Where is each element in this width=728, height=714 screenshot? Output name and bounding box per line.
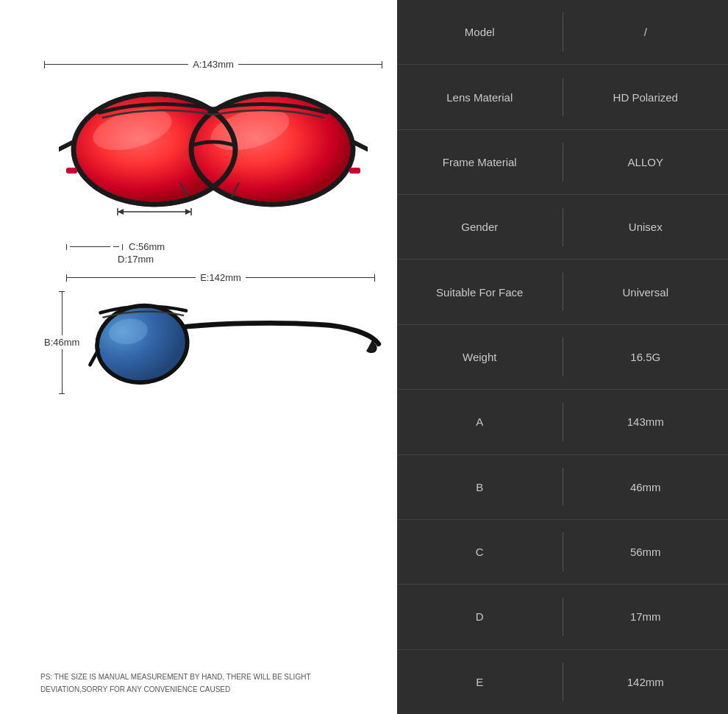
measurement-e: E:142mm (66, 272, 375, 283)
glasses-side-view: B:46mm (44, 285, 382, 399)
spec-value-9: 17mm (563, 610, 729, 623)
spec-label-8: C (397, 546, 563, 558)
spec-label-10: E (397, 676, 563, 688)
svg-rect-13 (349, 168, 360, 174)
spec-value-10: 142mm (563, 676, 729, 688)
side-view-diagram: E:142mm B:46mm (44, 272, 382, 434)
spec-label-4: Suitable For Face (397, 286, 563, 299)
spec-label-1: Lens Material (397, 91, 563, 104)
spec-value-0: / (563, 26, 729, 38)
svg-marker-20 (185, 209, 191, 215)
spec-value-5: 16.5G (563, 351, 729, 363)
spec-row-7: B46mm (397, 455, 728, 520)
spec-value-1: HD Polarized (563, 91, 729, 104)
spec-value-6: 143mm (563, 415, 729, 428)
measurement-a: A:143mm (44, 59, 382, 70)
spec-label-2: Frame Material (397, 156, 563, 168)
spec-label-3: Gender (397, 221, 563, 233)
svg-point-22 (93, 300, 193, 388)
label-e: E:142mm (196, 272, 246, 283)
spec-row-2: Frame MaterialALLOY (397, 130, 728, 195)
specs-panel: Model/Lens MaterialHD PolarizedFrame Mat… (397, 0, 728, 714)
spec-row-5: Weight16.5G (397, 325, 728, 390)
spec-value-4: Universal (563, 286, 729, 299)
label-a: A:143mm (188, 59, 238, 70)
label-c: C:56mm (129, 241, 165, 252)
note-section: PS: THE SIZE IS MANUAL MEASUREMENT BY HA… (40, 671, 349, 696)
spec-row-10: E142mm (397, 650, 728, 714)
spec-label-0: Model (397, 26, 563, 38)
spec-row-6: A143mm (397, 390, 728, 454)
spec-row-8: C56mm (397, 520, 728, 585)
spec-row-1: Lens MaterialHD Polarized (397, 65, 728, 129)
glasses-front-view (44, 72, 382, 219)
spec-value-7: 46mm (563, 481, 729, 493)
spec-value-2: ALLOY (563, 156, 729, 168)
note-text: PS: THE SIZE IS MANUAL MEASUREMENT BY HA… (40, 671, 349, 696)
spec-row-9: D17mm (397, 585, 728, 649)
cd-labels: C:56mm D:17mm (66, 241, 165, 265)
left-panel: A:143mm (0, 0, 397, 714)
spec-value-3: Unisex (563, 221, 729, 233)
spec-row-0: Model/ (397, 0, 728, 65)
label-b: B:46mm (44, 335, 79, 349)
label-d: D:17mm (118, 254, 165, 265)
spec-value-8: 56mm (563, 546, 729, 558)
spec-label-6: A (397, 415, 563, 428)
spec-label-9: D (397, 610, 563, 623)
front-view-diagram: A:143mm (44, 59, 382, 265)
spec-label-7: B (397, 481, 563, 493)
spec-row-4: Suitable For FaceUniversal (397, 260, 728, 324)
spec-row-3: GenderUnisex (397, 195, 728, 260)
svg-rect-12 (66, 168, 77, 174)
svg-marker-18 (118, 209, 124, 215)
spec-label-5: Weight (397, 351, 563, 363)
measurement-b: B:46mm (44, 291, 79, 394)
